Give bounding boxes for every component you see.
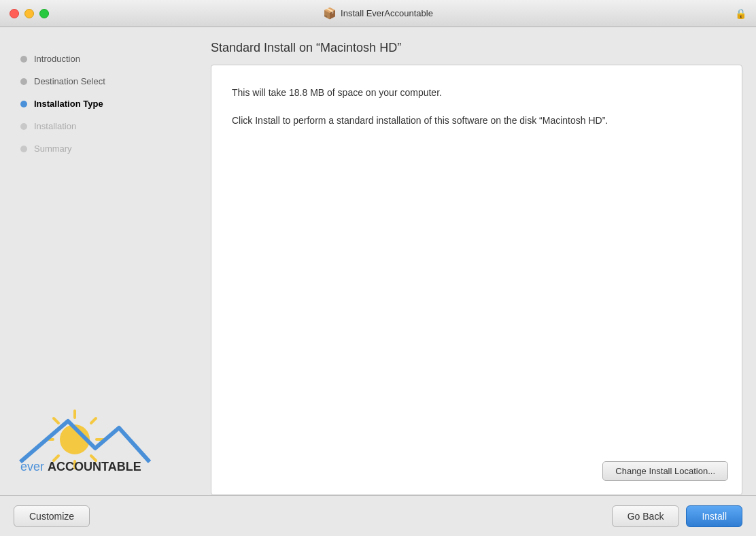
sidebar-dot-installation-type — [20, 101, 27, 107]
svg-text:ACCOUNTABLE: ACCOUNTABLE — [48, 460, 141, 472]
titlebar: 📦 Install EverAccountable 🔒 — [0, 0, 756, 27]
maximize-button[interactable] — [39, 9, 49, 18]
go-back-button[interactable]: Go Back — [612, 505, 680, 527]
app-icon: 📦 — [323, 7, 337, 20]
sidebar-label-destination-select: Destination Select — [34, 76, 105, 86]
logo-svg: ever ACCOUNTABLE — [14, 397, 177, 472]
lock-icon: 🔒 — [735, 8, 746, 19]
sidebar-label-summary: Summary — [34, 144, 72, 154]
svg-line-2 — [91, 418, 96, 423]
svg-line-8 — [54, 418, 58, 423]
install-button[interactable]: Install — [686, 505, 742, 527]
window-controls — [10, 9, 49, 18]
window-title-text: Install EverAccountable — [341, 8, 433, 18]
sidebar-dot-introduction — [20, 56, 27, 63]
main-area: Introduction Destination Select Installa… — [0, 27, 756, 495]
panel-text-line2: Click Install to perform a standard inst… — [232, 114, 721, 128]
sidebar-label-installation-type: Installation Type — [34, 99, 103, 109]
window-title: 📦 Install EverAccountable — [323, 7, 433, 20]
bottom-bar: Customize Go Back Install — [0, 495, 756, 536]
sidebar-item-introduction[interactable]: Introduction — [14, 48, 211, 70]
sidebar-dot-installation — [20, 123, 27, 130]
sidebar-item-installation[interactable]: Installation — [14, 115, 211, 137]
minimize-button[interactable] — [24, 9, 34, 18]
bottom-right-buttons: Go Back Install — [612, 505, 742, 527]
panel-text-line1: This will take 18.8 MB of space on your … — [232, 86, 721, 100]
close-button[interactable] — [10, 9, 19, 18]
customize-button[interactable]: Customize — [14, 505, 90, 527]
svg-text:ever: ever — [20, 460, 44, 472]
sidebar-items: Introduction Destination Select Installa… — [14, 48, 211, 160]
app-logo: ever ACCOUNTABLE — [14, 390, 211, 482]
panel-box: This will take 18.8 MB of space on your … — [211, 65, 742, 495]
sidebar-label-installation: Installation — [34, 121, 76, 131]
panel-title: Standard Install on “Macintosh HD” — [211, 41, 742, 55]
sidebar-item-installation-type[interactable]: Installation Type — [14, 93, 211, 115]
window-content: Introduction Destination Select Installa… — [0, 27, 756, 536]
sidebar-item-summary[interactable]: Summary — [14, 137, 211, 160]
bottom-left-buttons: Customize — [14, 505, 90, 527]
sidebar-dot-summary — [20, 146, 27, 152]
sidebar-label-introduction: Introduction — [34, 54, 80, 64]
content-panel: Standard Install on “Macintosh HD” This … — [211, 27, 756, 495]
sidebar-dot-destination-select — [20, 78, 27, 85]
sidebar-item-destination-select[interactable]: Destination Select — [14, 70, 211, 93]
change-install-location-button[interactable]: Change Install Location... — [602, 461, 728, 481]
sidebar: Introduction Destination Select Installa… — [0, 27, 211, 495]
